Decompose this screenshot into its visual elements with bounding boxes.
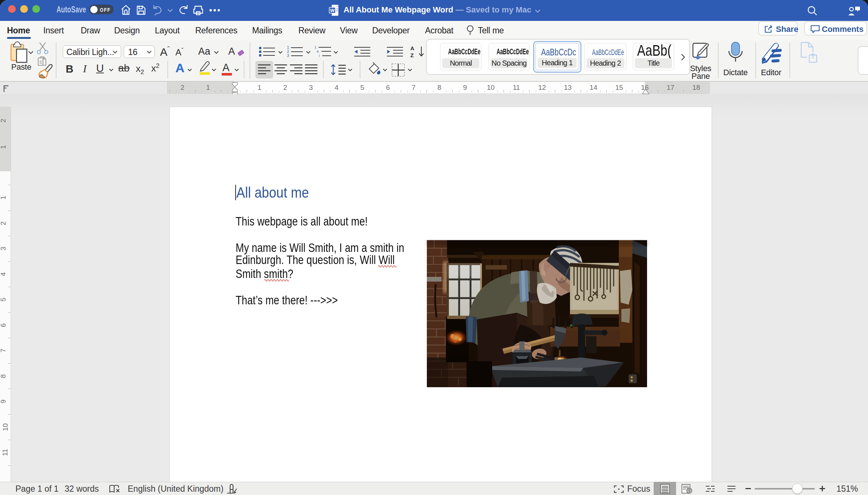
svg-text:Z: Z xyxy=(410,52,414,58)
svg-text:1: 1 xyxy=(315,45,316,49)
svg-text:i: i xyxy=(319,54,320,58)
svg-text:A: A xyxy=(410,45,414,51)
svg-text:a: a xyxy=(317,50,319,53)
svg-text:3: 3 xyxy=(287,54,289,58)
svg-text:W: W xyxy=(330,8,335,13)
svg-text:1: 1 xyxy=(287,45,289,50)
svg-text:2: 2 xyxy=(287,50,289,54)
